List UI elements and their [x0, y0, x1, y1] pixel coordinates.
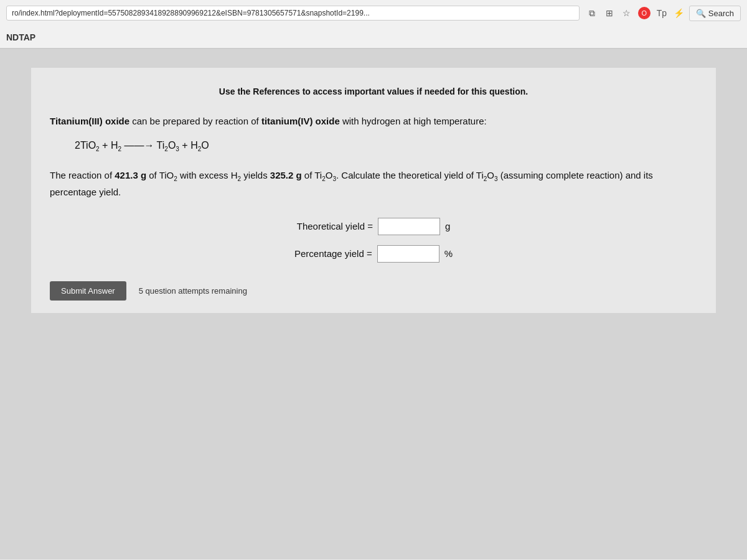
percentage-yield-label: Percentage yield = [294, 248, 372, 259]
mass-ti2o3: 325.2 g [270, 170, 302, 180]
browser-topbar: ro/index.html?deploymentId=5575082893418… [0, 0, 747, 26]
theoretical-yield-input[interactable] [378, 218, 440, 235]
equation-text: 2TiO2 + H2 ——→ Ti2O3 + H2O [75, 140, 209, 151]
titanium3-bold: Titanium(III) oxide [50, 116, 129, 126]
reaction-description: The reaction of 421.3 g of TiO2 with exc… [50, 167, 697, 200]
search-button[interactable]: 🔍 Search [689, 6, 741, 21]
references-note: Use the References to access important v… [50, 86, 697, 96]
question-container: Use the References to access important v… [31, 68, 716, 313]
copy-icon[interactable]: ⧉ [586, 7, 598, 19]
percentage-yield-unit: % [444, 248, 453, 259]
app-name: NDTAP [6, 32, 35, 42]
theoretical-yield-row: Theoretical yield = g [50, 218, 697, 235]
browser-chrome: ro/index.html?deploymentId=5575082893418… [0, 0, 747, 49]
percentage-yield-row: Percentage yield = % [50, 245, 697, 263]
titanium4-bold: titanium(IV) oxide [261, 116, 340, 126]
search-icon: 🔍 [696, 9, 706, 18]
submit-row: Submit Answer 5 question attempts remain… [50, 281, 697, 301]
browser-icons: ⧉ ⊞ ☆ O Tр ⚡ [586, 7, 685, 19]
toolbar-row: NDTAP [0, 26, 747, 49]
url-bar[interactable]: ro/index.html?deploymentId=5575082893418… [6, 6, 580, 21]
equation-block: 2TiO2 + H2 ——→ Ti2O3 + H2O [75, 140, 697, 152]
red-circle-icon[interactable]: O [638, 7, 651, 19]
attempts-remaining: 5 question attempts remaining [139, 286, 247, 296]
question-intro: Titanium(III) oxide can be prepared by r… [50, 114, 697, 129]
translate-icon[interactable]: Tр [655, 7, 668, 19]
star-icon[interactable]: ☆ [621, 7, 633, 19]
extensions-icon[interactable]: ⚡ [673, 7, 685, 19]
theoretical-yield-unit: g [445, 221, 450, 231]
grid-icon[interactable]: ⊞ [603, 7, 616, 19]
mass-tio2: 421.3 g [115, 170, 146, 180]
search-label: Search [708, 9, 734, 18]
theoretical-yield-label: Theoretical yield = [297, 221, 373, 231]
percentage-yield-input[interactable] [377, 245, 439, 263]
submit-button[interactable]: Submit Answer [50, 281, 126, 301]
main-content: Use the References to access important v… [0, 49, 747, 559]
